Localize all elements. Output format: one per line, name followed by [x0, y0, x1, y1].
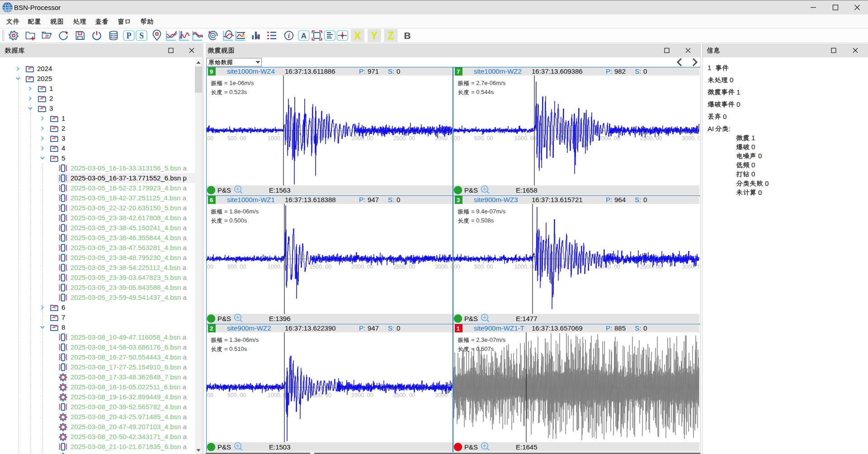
svg-text:00: 00 — [207, 135, 213, 142]
svg-text:B: B — [404, 30, 410, 41]
svg-text:3000. 00: 3000. 00 — [682, 264, 699, 270]
svg-text:Z: Z — [387, 30, 394, 42]
svg-text:00: 00 — [207, 264, 213, 270]
svg-text:3000. 00: 3000. 00 — [435, 264, 453, 270]
svg-text:2000. 00: 2000. 00 — [351, 392, 373, 398]
svg-text:1500. 00: 1500. 00 — [309, 264, 331, 270]
svg-text:1000. 00: 1000. 00 — [268, 135, 290, 142]
svg-text:P: P — [127, 31, 132, 40]
svg-text:00: 00 — [454, 135, 460, 142]
svg-text:2000. 00: 2000. 00 — [351, 264, 373, 270]
svg-text:2500. 00: 2500. 00 — [640, 264, 662, 270]
svg-text:500. 00: 500. 00 — [474, 264, 493, 270]
svg-text:X: X — [354, 30, 361, 42]
svg-text:2000. 00: 2000. 00 — [351, 135, 373, 142]
svg-text:1000. 00: 1000. 00 — [514, 135, 537, 142]
svg-text:1000. 00: 1000. 00 — [514, 264, 537, 270]
svg-text:2500. 00: 2500. 00 — [393, 264, 415, 270]
svg-text:1500. 00: 1500. 00 — [556, 264, 578, 270]
svg-text:00: 00 — [207, 392, 213, 398]
svg-text:S: S — [139, 31, 144, 40]
svg-text:Y: Y — [371, 30, 377, 42]
svg-text:2500. 00: 2500. 00 — [393, 135, 415, 142]
svg-text:00: 00 — [454, 264, 460, 270]
svg-text:i: i — [288, 32, 290, 39]
svg-text:3000. 00: 3000. 00 — [682, 135, 699, 142]
svg-text:2500. 00: 2500. 00 — [640, 135, 662, 142]
svg-text:500. 00: 500. 00 — [227, 392, 246, 398]
svg-text:3000. 00: 3000. 00 — [435, 392, 453, 398]
svg-text:2500. 00: 2500. 00 — [393, 392, 415, 398]
svg-text:A: A — [301, 32, 307, 40]
svg-text:500. 00: 500. 00 — [474, 135, 493, 142]
svg-text:500. 00: 500. 00 — [227, 264, 246, 270]
svg-text:500. 00: 500. 00 — [227, 135, 246, 142]
